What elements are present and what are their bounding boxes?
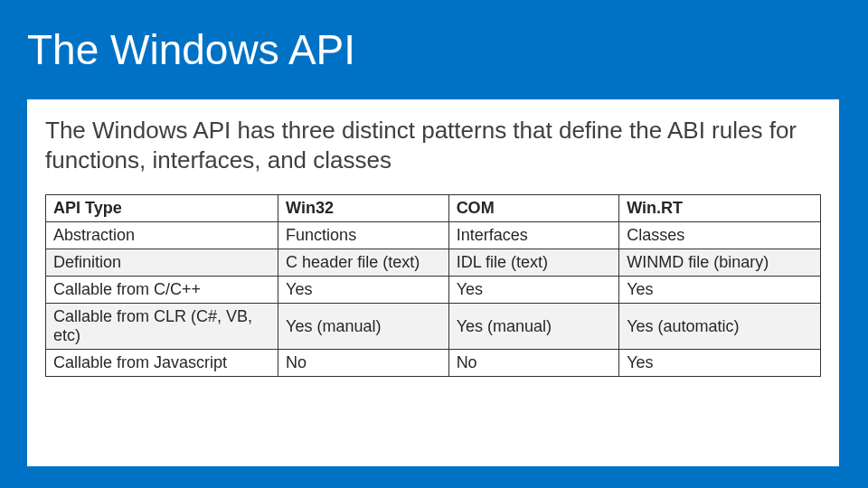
table-cell: C header file (text) [278, 249, 449, 277]
slide: The Windows API The Windows API has thre… [0, 0, 868, 488]
table-cell: Yes (automatic) [619, 304, 821, 350]
table-cell: No [448, 350, 619, 377]
table-cell: Callable from CLR (C#, VB, etc) [46, 304, 278, 350]
table-cell: Abstraction [46, 222, 278, 249]
table-cell: IDL file (text) [448, 249, 619, 277]
table-cell: Yes (manual) [278, 304, 449, 350]
table-cell: Functions [278, 222, 449, 249]
table-row: Definition C header file (text) IDL file… [46, 249, 821, 277]
table-cell: Interfaces [448, 222, 619, 249]
table-cell: Yes [278, 277, 449, 304]
slide-subtitle: The Windows API has three distinct patte… [45, 116, 821, 174]
table-cell: Callable from Javascript [46, 350, 278, 377]
table-cell: Yes [619, 277, 821, 304]
table-cell: Classes [619, 222, 821, 249]
table-header-row: API Type Win32 COM Win.RT [46, 195, 821, 222]
table-cell: Yes (manual) [448, 304, 619, 350]
table-cell: Yes [448, 277, 619, 304]
table-header: Win.RT [619, 195, 821, 222]
table-cell: No [278, 350, 449, 377]
table-header: COM [448, 195, 619, 222]
table-header: Win32 [278, 195, 449, 222]
table-row: Abstraction Functions Interfaces Classes [46, 222, 821, 249]
table-cell: Definition [46, 249, 278, 277]
table-row: Callable from Javascript No No Yes [46, 350, 821, 377]
table-cell: Callable from C/C++ [46, 277, 278, 304]
api-table: API Type Win32 COM Win.RT Abstraction Fu… [45, 194, 821, 377]
content-panel: The Windows API has three distinct patte… [27, 99, 839, 466]
table-header: API Type [46, 195, 278, 222]
table-row: Callable from C/C++ Yes Yes Yes [46, 277, 821, 304]
table-cell: Yes [619, 350, 821, 377]
slide-title: The Windows API [27, 25, 841, 74]
table-row: Callable from CLR (C#, VB, etc) Yes (man… [46, 304, 821, 350]
table-cell: WINMD file (binary) [619, 249, 821, 277]
